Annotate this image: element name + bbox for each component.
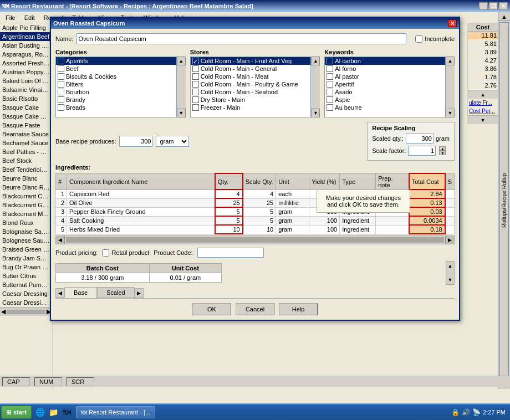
sidebar-tab-rollups[interactable]: Rollups/Recipe Rollup bbox=[499, 22, 509, 379]
left-list-item[interactable]: Butternut Pumpkin... bbox=[0, 280, 52, 289]
left-list-item[interactable]: Austrian Poppyse... bbox=[0, 68, 52, 76]
tab-base[interactable]: Base bbox=[64, 287, 97, 298]
folder-icon[interactable]: 📁 bbox=[48, 407, 59, 418]
app-icon[interactable]: 🍽 bbox=[62, 407, 73, 418]
scale-down-btn[interactable]: ▼ bbox=[439, 151, 446, 155]
category-item[interactable]: Aperitifs bbox=[56, 57, 176, 65]
categories-listbox[interactable]: AperitifsBeefBiscuits & CookiesBittersBo… bbox=[55, 57, 177, 117]
store-item[interactable]: Cold Room - Main - Meat bbox=[191, 73, 311, 80]
left-list-item[interactable]: Asian Dusting Su... bbox=[0, 41, 52, 50]
left-list-item[interactable]: Brandy Jam Sauce bbox=[0, 254, 52, 263]
left-list-item[interactable]: Asparagus, Roast... bbox=[0, 50, 52, 59]
keyword-item[interactable]: Au beurre bbox=[325, 104, 445, 111]
left-list-item[interactable]: Blackcurrant Mou... bbox=[0, 209, 52, 218]
category-item[interactable]: Breads bbox=[56, 104, 176, 111]
left-list-item[interactable]: Beef Stock bbox=[0, 156, 52, 165]
taskbar-app-item[interactable]: 🍽 Resort Restaurant - [... bbox=[76, 406, 155, 418]
left-list-item[interactable]: Bug Or Prawn Sou... bbox=[0, 263, 52, 272]
left-list-item[interactable]: Bearnaise Sauce bbox=[0, 130, 52, 139]
scale-factor-input[interactable] bbox=[408, 146, 436, 156]
cat-scroll-up[interactable]: ▲ bbox=[177, 57, 186, 65]
ing-scroll-left[interactable]: ◀ bbox=[56, 236, 65, 244]
ingredients-hscroll[interactable]: ◀ ▶ bbox=[55, 235, 455, 244]
category-item[interactable]: Brandy bbox=[56, 96, 176, 104]
restore-button[interactable]: ❐ bbox=[489, 2, 498, 10]
store-item[interactable]: Cold Room - Main - Poultry & Game bbox=[191, 80, 311, 88]
keyword-item[interactable]: Asado bbox=[325, 88, 445, 96]
base-qty-input[interactable] bbox=[119, 136, 152, 147]
stores-listbox[interactable]: ✓Cold Room - Main - Fruit And VegCold Ro… bbox=[190, 57, 312, 117]
store-item[interactable]: Freezer - Main bbox=[191, 104, 311, 111]
scaled-qty-input[interactable] bbox=[406, 134, 434, 144]
left-list-item[interactable]: Caesar Dressing bbox=[0, 289, 52, 298]
left-list-item[interactable]: Bechamel Sauce bbox=[0, 139, 52, 147]
left-list-item[interactable]: Caesar Dressing... bbox=[0, 298, 52, 307]
left-list-item[interactable]: Bolognese Sauce bbox=[0, 236, 52, 245]
keyword-item[interactable]: Aperitif bbox=[325, 80, 445, 88]
left-list-item[interactable]: Basque Cake bbox=[0, 103, 52, 112]
category-item[interactable]: Beef bbox=[56, 65, 176, 73]
retail-product-checkbox[interactable] bbox=[102, 249, 109, 257]
product-code-input[interactable] bbox=[197, 248, 264, 258]
left-list-item[interactable]: Assorted Fresh He... bbox=[0, 59, 52, 68]
price-scroll-down[interactable]: ▼ bbox=[446, 275, 454, 284]
left-list-item[interactable]: Butter Citrus bbox=[0, 272, 52, 280]
ok-button[interactable]: OK bbox=[192, 303, 231, 315]
rollup-fr-link[interactable]: ulate Fr... bbox=[468, 99, 498, 107]
store-item[interactable]: Cold Room - Main - Seafood bbox=[191, 88, 311, 96]
left-list-item[interactable]: Argentinean Beef bbox=[0, 32, 52, 41]
category-item[interactable]: Bourbon bbox=[56, 88, 176, 96]
keyword-item[interactable]: Al pastor bbox=[325, 73, 445, 80]
keyword-item[interactable]: Aspic bbox=[325, 96, 445, 104]
left-list-item[interactable]: Beurre Blanc Red... bbox=[0, 183, 52, 192]
start-button[interactable]: ⊞ start bbox=[1, 406, 32, 419]
left-list-item[interactable]: Balsamic Vinaigre... bbox=[0, 85, 52, 94]
left-list-item[interactable]: Beef Patties - For... bbox=[0, 147, 52, 156]
minimize-button[interactable]: _ bbox=[479, 2, 488, 10]
sidebar-scroll-up[interactable]: ▲ bbox=[498, 12, 510, 21]
ing-scroll-right[interactable]: ▶ bbox=[445, 236, 454, 244]
keywords-listbox[interactable]: Al carbonAl fornoAl pastorAperitifAsadoA… bbox=[324, 57, 446, 117]
store-scroll-up[interactable]: ▲ bbox=[311, 57, 320, 65]
left-list-item[interactable]: Apple Pie Filling bbox=[0, 23, 52, 32]
cancel-button[interactable]: Cancel bbox=[236, 303, 274, 315]
tab-scroll-left[interactable]: ◀ bbox=[55, 288, 64, 298]
dialog-close-button[interactable]: ✕ bbox=[448, 19, 457, 27]
kw-scroll-down[interactable]: ▼ bbox=[446, 109, 455, 117]
category-item[interactable]: Biscuits & Cookies bbox=[56, 73, 176, 80]
cost-scroll-up[interactable]: ▲ bbox=[468, 90, 498, 99]
cost-scroll-down[interactable]: ▼ bbox=[468, 115, 498, 124]
store-scroll-down[interactable]: ▼ bbox=[311, 109, 320, 117]
left-list-item[interactable]: Blackcurrant Coul... bbox=[0, 192, 52, 201]
incomplete-checkbox[interactable] bbox=[415, 35, 422, 43]
ie-icon[interactable]: 🌐 bbox=[35, 407, 46, 418]
base-unit-select[interactable]: gram bbox=[156, 136, 189, 147]
left-list-item[interactable]: Basque Cake Cu... bbox=[0, 112, 52, 121]
kw-scroll-up[interactable]: ▲ bbox=[446, 57, 455, 65]
keyword-item[interactable]: Al forno bbox=[325, 65, 445, 73]
left-panel-scrollbar[interactable]: ◀▶ bbox=[0, 307, 52, 316]
tab-scroll-right[interactable]: ▶ bbox=[135, 288, 144, 298]
left-list-item[interactable]: Blackcurrant Glaz... bbox=[0, 201, 52, 209]
price-scroll-up[interactable]: ▲ bbox=[446, 262, 454, 270]
close-button[interactable]: ✕ bbox=[499, 2, 508, 10]
left-list-item[interactable]: Beef Tenderloin W... bbox=[0, 165, 52, 174]
store-item[interactable]: ✓Cold Room - Main - Fruit And Veg bbox=[191, 57, 311, 65]
left-list-item[interactable]: Basic Risotto bbox=[0, 94, 52, 103]
cat-scroll-down[interactable]: ▼ bbox=[177, 109, 186, 117]
left-list-item[interactable]: Basque Paste bbox=[0, 121, 52, 130]
help-button[interactable]: Help bbox=[279, 303, 318, 315]
menu-edit[interactable]: Edit bbox=[20, 13, 39, 22]
menu-file[interactable]: File bbox=[1, 13, 20, 22]
category-item[interactable]: Bitters bbox=[56, 80, 176, 88]
tab-scaled[interactable]: Scaled bbox=[97, 287, 135, 298]
left-list-item[interactable]: Bolognaise Sauce bbox=[0, 227, 52, 236]
left-list-item[interactable]: Blond Roux bbox=[0, 218, 52, 227]
scale-up-btn[interactable]: ▲ bbox=[439, 146, 446, 151]
cost-per-link[interactable]: Cost Per... bbox=[468, 107, 498, 115]
name-input[interactable] bbox=[76, 33, 406, 44]
left-list-item[interactable]: Braised Green Ca... bbox=[0, 245, 52, 254]
left-list-item[interactable]: Beurre Blanc bbox=[0, 174, 52, 183]
left-list-item[interactable]: Baked Loin Of La... bbox=[0, 76, 52, 85]
store-item[interactable]: Cold Room - Main - General bbox=[191, 65, 311, 73]
